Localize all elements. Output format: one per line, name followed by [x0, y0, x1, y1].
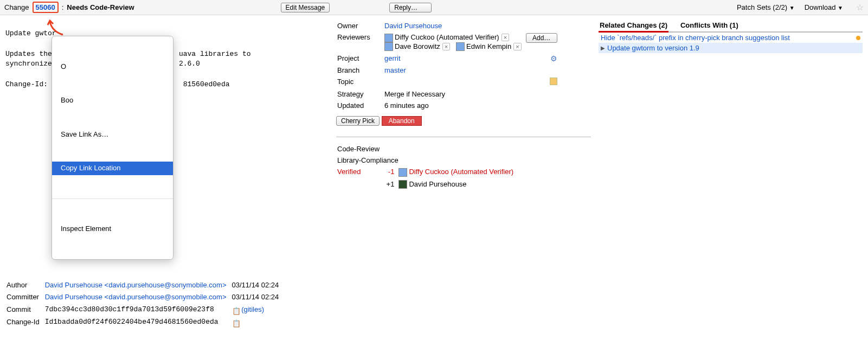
verified-label: Verified: [337, 166, 364, 178]
gitiles-link[interactable]: (gitiles): [241, 305, 264, 313]
avatar-icon: [398, 168, 407, 177]
changeid-value: Id1badda0d0f24f6022404be479d4681560ed0ed…: [45, 317, 231, 328]
ctx-item-inspect-element[interactable]: Inspect Element: [52, 222, 173, 236]
remove-reviewer-icon[interactable]: ×: [501, 34, 509, 41]
commit-message-panel: Update gwtor Updates the uava libraries …: [0, 15, 336, 340]
avatar-icon: [384, 42, 393, 51]
avatar-icon: [456, 42, 465, 51]
clipboard-icon[interactable]: 📋: [232, 319, 240, 326]
top-toolbar: Change 55060 : Needs Code-Review Edit Me…: [0, 0, 868, 15]
clipboard-icon[interactable]: 📋: [232, 306, 240, 314]
library-compliance-label: Library-Compliance: [337, 155, 517, 165]
related-link[interactable]: Hide `refs/heads/` prefix in cherry-pick…: [601, 34, 854, 42]
abandon-button[interactable]: Abandon: [382, 116, 422, 126]
tab-conflicts-with[interactable]: Conflicts With (1): [679, 20, 740, 31]
change-status: Needs Code-Review: [67, 3, 134, 11]
changeid-label: Change-Id: [7, 317, 44, 328]
tab-related-changes[interactable]: Related Changes (2): [599, 20, 668, 33]
change-number-link[interactable]: 55060: [33, 2, 59, 13]
committer-label: Committer: [7, 292, 44, 303]
context-menu: O Boo Save Link As… Copy Link Location I…: [52, 36, 173, 260]
related-row[interactable]: Hide `refs/heads/` prefix in cherry-pick…: [599, 33, 863, 43]
project-link[interactable]: gerrit: [384, 54, 401, 62]
author-label: Author: [7, 280, 44, 291]
verified-neg-user[interactable]: Diffy Cuckoo (Automated Verifier): [409, 168, 513, 176]
patch-sets-dropdown[interactable]: Patch Sets (2/2) ▼: [737, 3, 795, 11]
strategy-value: Merge if Necessary: [384, 89, 525, 99]
status-dot-icon: [856, 36, 860, 40]
code-review-label: Code-Review: [337, 144, 517, 154]
owner-label: Owner: [337, 21, 383, 31]
avatar-icon: [384, 34, 393, 42]
remove-reviewer-icon[interactable]: ×: [513, 43, 521, 50]
ctx-item-open[interactable]: O: [52, 60, 173, 74]
ctx-item-bookmark[interactable]: Boo: [52, 94, 173, 107]
owner-link[interactable]: David Pursehouse: [384, 22, 442, 30]
updated-label: Updated: [337, 100, 383, 111]
committer-date: 03/11/14 02:24: [232, 292, 284, 303]
topic-label: Topic: [337, 76, 383, 88]
avatar-icon: [398, 180, 407, 189]
triangle-icon: ▶: [601, 45, 605, 51]
verified-score-neg: -1: [388, 168, 395, 176]
remove-reviewer-icon[interactable]: ×: [442, 43, 450, 50]
ctx-separator: [52, 198, 173, 199]
commit-hash: 7dbc394cc3d80d30c1ff9da7013d59f6009e23f8: [45, 304, 231, 316]
branch-label: Branch: [337, 65, 383, 75]
verified-score-pos: +1: [387, 180, 395, 188]
review-labels: Code-Review Library-Compliance Verified …: [336, 143, 518, 191]
committer-link[interactable]: David Pursehouse <david.pursehouse@sonym…: [45, 293, 227, 301]
project-label: Project: [337, 53, 383, 64]
author-date: 03/11/14 02:24: [232, 280, 284, 291]
ctx-item-copy-link-location[interactable]: Copy Link Location: [52, 162, 173, 175]
change-label: Change: [4, 3, 29, 11]
edit-message-button[interactable]: Edit Message: [281, 3, 330, 12]
ctx-item-save-link-as[interactable]: Save Link As…: [52, 128, 173, 142]
verified-pos-user[interactable]: David Pursehouse: [409, 180, 466, 188]
related-panel: Related Changes (2) Conflicts With (1) H…: [596, 15, 868, 340]
reviewer-chip[interactable]: Diffy Cuckoo (Automated Verifier): [395, 33, 499, 41]
star-icon[interactable]: ☆: [856, 2, 864, 12]
add-reviewer-button[interactable]: Add…: [526, 33, 557, 43]
reviewers-label: Reviewers: [337, 32, 383, 52]
change-info-panel: Owner David Pursehouse Reviewers Diffy C…: [336, 15, 596, 340]
pencil-icon[interactable]: [550, 78, 557, 85]
branch-link[interactable]: master: [384, 66, 406, 74]
gear-icon[interactable]: ⚙: [550, 54, 557, 63]
updated-value: 6 minutes ago: [384, 100, 525, 111]
cherry-pick-button[interactable]: Cherry Pick: [336, 116, 380, 126]
related-row-current[interactable]: ▶ Update gwtorm to version 1.9: [599, 43, 863, 53]
commit-hash-label: Commit: [7, 304, 44, 316]
commit-metadata: Author David Pursehouse <david.pursehous…: [5, 279, 284, 329]
reviewer-chip[interactable]: Edwin Kempin: [466, 42, 511, 50]
strategy-label: Strategy: [337, 89, 383, 99]
author-link[interactable]: David Pursehouse <david.pursehouse@sonym…: [45, 281, 227, 289]
reviewer-chip[interactable]: Dave Borowitz: [395, 42, 440, 50]
reply-button[interactable]: Reply…: [389, 3, 432, 12]
download-dropdown[interactable]: Download ▼: [805, 3, 843, 11]
related-link[interactable]: Update gwtorm to version 1.9: [607, 44, 699, 52]
